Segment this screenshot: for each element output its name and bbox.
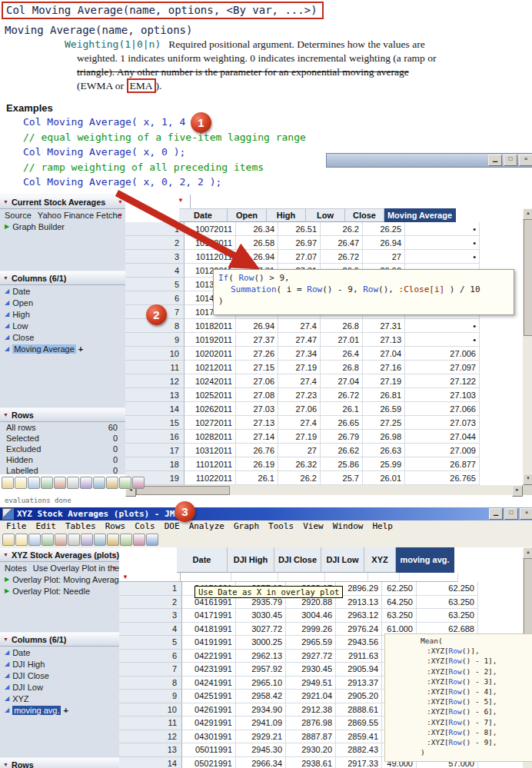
- cell[interactable]: 2929.21: [236, 730, 286, 744]
- cell[interactable]: 10202011: [185, 347, 236, 361]
- cell[interactable]: 27.01: [321, 333, 363, 347]
- cell[interactable]: 27: [363, 250, 405, 264]
- column-item-high[interactable]: ◢High: [0, 308, 125, 320]
- columns-panel-header[interactable]: ▼ Columns (6/1): [0, 271, 125, 285]
- open-icon[interactable]: [15, 477, 27, 489]
- close-icon[interactable]: ×: [520, 508, 532, 520]
- row-number[interactable]: 15: [125, 416, 185, 430]
- column-header-dji-low[interactable]: DJI Low: [321, 547, 364, 573]
- table-panel-header[interactable]: ▼ XYZ Stock Averages (plots) ▼: [0, 547, 119, 562]
- cell[interactable]: 2945.30: [236, 743, 286, 757]
- cell[interactable]: 2930.45: [286, 663, 336, 677]
- annotate-icon[interactable]: [133, 534, 145, 546]
- cell[interactable]: 10252011: [185, 388, 236, 402]
- cell[interactable]: 26.63: [363, 444, 405, 457]
- cell[interactable]: 04291991: [182, 716, 236, 730]
- cell[interactable]: 27.14: [236, 430, 278, 444]
- cell[interactable]: 27.03: [236, 402, 278, 416]
- disclosure-icon[interactable]: ▶: [5, 587, 9, 594]
- print-icon[interactable]: [42, 534, 54, 546]
- row-number[interactable]: 16: [125, 430, 185, 444]
- panel-collapse-icon[interactable]: ▼: [3, 637, 8, 642]
- cell[interactable]: 26.19: [236, 457, 278, 471]
- cell[interactable]: •: [405, 236, 480, 250]
- columns-panel-header[interactable]: ▼ Columns (6/1): [0, 632, 119, 647]
- cell[interactable]: 2905.94: [336, 663, 382, 677]
- save-icon[interactable]: [28, 477, 40, 489]
- column-header-moving-avg[interactable]: moving avg.: [396, 547, 454, 573]
- row-number[interactable]: 13: [119, 743, 182, 757]
- new-icon[interactable]: [2, 534, 15, 546]
- panel-collapse-icon[interactable]: ▼: [3, 412, 8, 417]
- cell[interactable]: •: [405, 319, 480, 333]
- cell[interactable]: 10212011: [185, 361, 236, 374]
- row-number[interactable]: 3: [125, 250, 185, 264]
- new-icon[interactable]: [2, 477, 14, 489]
- maximize-icon[interactable]: □: [504, 155, 517, 166]
- cell[interactable]: 2921.04: [286, 690, 336, 703]
- cell[interactable]: 26.32: [278, 457, 321, 471]
- cell[interactable]: 26.01: [363, 471, 405, 485]
- table-panel-header[interactable]: ▼ Current Stock Averages ▼: [0, 194, 125, 209]
- cell[interactable]: 25.7: [321, 471, 363, 485]
- row-number[interactable]: 12: [125, 374, 185, 388]
- cell[interactable]: 26.76: [236, 444, 278, 457]
- cell[interactable]: 27.06: [236, 374, 278, 388]
- scrollbar-thumb[interactable]: [136, 486, 230, 495]
- row-number[interactable]: 18: [125, 457, 185, 471]
- cell[interactable]: 26.25: [363, 222, 405, 236]
- window2-titlebar[interactable]: XYZ Stock Averages (plots) - JMP ▁ □ ×: [0, 507, 532, 520]
- script-item-graph-builder[interactable]: ▶Graph Builder: [0, 221, 125, 232]
- cell[interactable]: 26.8: [321, 361, 363, 374]
- cell[interactable]: 27.04: [363, 347, 405, 361]
- cell[interactable]: 3030.45: [236, 609, 286, 623]
- cell[interactable]: 2917.33: [336, 757, 382, 768]
- row-number[interactable]: 17: [125, 444, 185, 457]
- cell[interactable]: 27.19: [363, 374, 405, 388]
- row-number[interactable]: 10: [125, 347, 185, 361]
- cell[interactable]: 10112011: [185, 250, 236, 264]
- cell[interactable]: 2958.42: [236, 690, 286, 703]
- close-icon[interactable]: ×: [519, 155, 532, 166]
- column-header-open[interactable]: Open: [228, 208, 267, 222]
- cell[interactable]: 3027.72: [236, 623, 286, 637]
- cell[interactable]: •: [405, 250, 480, 264]
- cell[interactable]: 11012011: [185, 457, 236, 471]
- cell[interactable]: 2859.41: [336, 730, 382, 744]
- cell[interactable]: 27.13: [363, 333, 405, 347]
- row-number[interactable]: 4: [125, 264, 185, 278]
- row-number[interactable]: 3: [119, 609, 182, 623]
- column-item-open[interactable]: ◢Open: [0, 297, 125, 308]
- cell[interactable]: 11022011: [185, 471, 236, 485]
- row-number[interactable]: 11: [119, 716, 182, 730]
- cell[interactable]: 26.34: [236, 222, 278, 236]
- menu-graph[interactable]: Graph: [229, 520, 264, 532]
- menu-doe[interactable]: DOE: [160, 520, 185, 532]
- cell[interactable]: 27.15: [236, 361, 278, 374]
- paste-icon[interactable]: [80, 477, 92, 489]
- cell[interactable]: 26.97: [278, 236, 321, 250]
- cell[interactable]: 27.23: [278, 388, 321, 402]
- cell[interactable]: 2882.43: [336, 743, 382, 757]
- copy-icon[interactable]: [67, 477, 79, 489]
- paste-icon[interactable]: [68, 534, 80, 546]
- cell[interactable]: 27.006: [405, 347, 480, 361]
- undo-icon[interactable]: [81, 534, 93, 546]
- cell[interactable]: 26.72: [321, 250, 363, 264]
- cell[interactable]: 27.04: [321, 374, 363, 388]
- cell[interactable]: 2999.26: [286, 623, 336, 637]
- script-item-overlay-plot-needle[interactable]: ▶Overlay Plot: Needle: [0, 585, 119, 597]
- cell[interactable]: 04171991: [182, 609, 236, 623]
- script-item-overlay-plot-moving-averages[interactable]: ▶Overlay Plot: Moving Averages: [0, 574, 119, 585]
- cell[interactable]: 04251991: [182, 690, 236, 703]
- cell[interactable]: 26.72: [321, 388, 363, 402]
- cell[interactable]: 2965.59: [286, 636, 336, 650]
- cell[interactable]: 27.009: [405, 444, 480, 457]
- cell[interactable]: 04181991: [182, 623, 236, 637]
- cell[interactable]: 26.94: [236, 250, 278, 264]
- cell[interactable]: 63.250: [417, 596, 478, 610]
- column-header-date[interactable]: Date: [177, 547, 228, 573]
- cell[interactable]: 10192011: [185, 333, 236, 347]
- cell[interactable]: 10242011: [185, 374, 236, 388]
- menu-tools[interactable]: Tools: [264, 520, 298, 532]
